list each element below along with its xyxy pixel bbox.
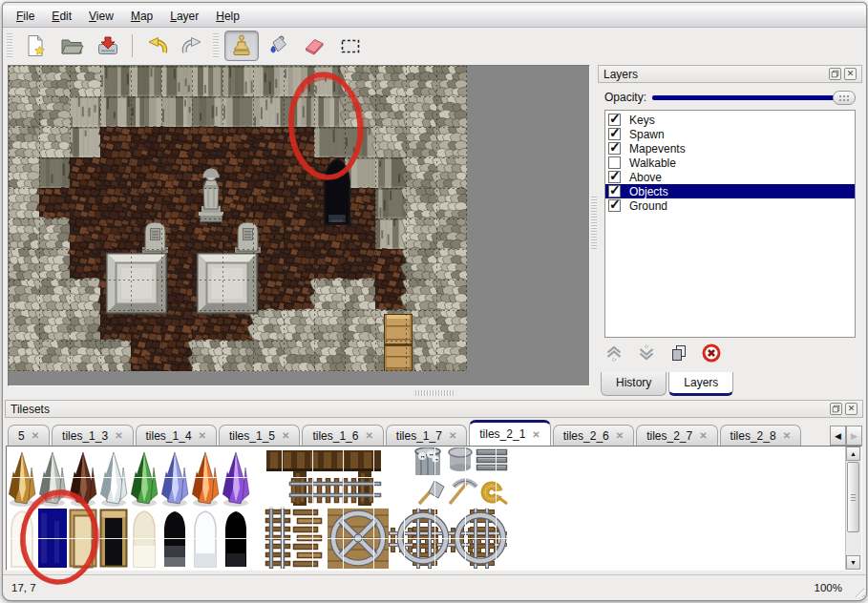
scroll-up-button[interactable]: ▲ — [846, 447, 860, 461]
move-down-icon — [636, 343, 657, 364]
tileset-canvas[interactable] — [7, 447, 841, 570]
menu-item-file[interactable]: File — [8, 7, 43, 26]
layer-visibility-checkbox[interactable]: ✓ — [608, 199, 621, 212]
menu-item-help[interactable]: Help — [207, 7, 248, 26]
check-icon: ✓ — [609, 182, 621, 198]
vertical-splitter[interactable] — [591, 197, 597, 251]
tab-close-icon[interactable]: ✕ — [32, 430, 39, 441]
tab-history[interactable]: History — [601, 372, 667, 396]
layer-row-walkable[interactable]: Walkable — [605, 156, 855, 170]
tab-close-icon[interactable]: ✕ — [532, 429, 540, 440]
redo-button[interactable] — [176, 31, 210, 61]
layers-panel-titlebar: Layers ✕ — [598, 65, 862, 83]
layer-row-spawn[interactable]: ✓Spawn — [605, 127, 855, 141]
check-icon: ✓ — [609, 125, 621, 140]
layer-row-mapevents[interactable]: ✓Mapevents — [605, 141, 855, 156]
tileset-tab-tiles_1_5[interactable]: tiles_1_5✕ — [219, 425, 300, 446]
layer-list: ✓Keys✓Spawn✓MapeventsWalkable✓Above✓Obje… — [604, 110, 856, 338]
tab-close-icon[interactable]: ✕ — [699, 430, 707, 441]
check-icon: ✓ — [609, 168, 621, 183]
check-icon: ✓ — [609, 197, 621, 212]
layer-row-keys[interactable]: ✓Keys — [605, 113, 855, 127]
eraser-tool-button[interactable] — [297, 31, 331, 61]
tileset-tab-tiles_2_7[interactable]: tiles_2_7✕ — [636, 425, 717, 446]
menu-item-map[interactable]: Map — [122, 7, 161, 26]
tileset-tab-bar: 5✕tiles_1_3✕tiles_1_4✕tiles_1_5✕tiles_1_… — [6, 420, 862, 446]
layer-row-above[interactable]: ✓Above — [605, 170, 855, 184]
menu-item-view[interactable]: View — [80, 7, 122, 26]
tileset-tab-5[interactable]: 5✕ — [8, 425, 50, 446]
toolbar-drag-handle[interactable] — [7, 33, 12, 58]
tab-close-icon[interactable]: ✕ — [783, 430, 791, 441]
toolbar-separator — [132, 34, 133, 57]
move-layer-down-button[interactable] — [634, 341, 658, 364]
tab-close-icon[interactable]: ✕ — [616, 430, 624, 441]
float-panel-button[interactable] — [829, 68, 841, 80]
float-tilesets-button[interactable] — [830, 403, 842, 415]
tab-label: tiles_2_1 — [479, 427, 525, 441]
layer-toolbar — [602, 341, 723, 364]
layer-row-ground[interactable]: ✓Ground — [605, 198, 855, 213]
scroll-down-button[interactable]: ▼ — [846, 555, 860, 570]
layers-panel: Layers ✕ Opacity: ✓Keys✓Spawn✓MapeventsW… — [598, 65, 862, 396]
tileset-tab-tiles_1_7[interactable]: tiles_1_7✕ — [386, 425, 467, 446]
select-tool-button[interactable] — [333, 31, 368, 61]
tab-close-icon[interactable]: ✕ — [449, 430, 456, 441]
layer-visibility-checkbox[interactable]: ✓ — [608, 142, 621, 155]
open-file-button[interactable] — [54, 31, 89, 61]
opacity-slider-handle[interactable] — [833, 91, 856, 105]
toolbar-drag-handle-2[interactable] — [213, 33, 219, 58]
save-file-button[interactable] — [91, 31, 125, 61]
move-layer-up-button[interactable] — [602, 341, 625, 364]
tileset-tab-tiles_2_8[interactable]: tiles_2_8✕ — [720, 425, 801, 446]
menu-item-edit[interactable]: Edit — [43, 7, 80, 26]
status-bar: 17, 7 100% — [3, 574, 866, 599]
delete-icon — [701, 343, 722, 364]
duplicate-icon — [668, 343, 689, 364]
opacity-slider-track[interactable] — [652, 95, 854, 100]
stamp-tool-button[interactable] — [224, 31, 259, 61]
tab-scroll-right-button[interactable]: ▶ — [846, 426, 862, 446]
tileset-tab-tiles_1_3[interactable]: tiles_1_3✕ — [52, 425, 133, 446]
tab-close-icon[interactable]: ✕ — [115, 430, 122, 441]
tab-scroll-buttons: ◀▶ — [830, 426, 862, 446]
tileset-tab-tiles_2_6[interactable]: tiles_2_6✕ — [553, 425, 634, 446]
tab-label: tiles_1_4 — [146, 429, 192, 443]
layer-name-label: Walkable — [629, 156, 676, 170]
eraser-icon — [302, 33, 327, 58]
tab-close-icon[interactable]: ✕ — [199, 430, 206, 441]
horizontal-splitter[interactable] — [415, 390, 455, 396]
layer-name-label: Ground — [629, 199, 667, 213]
close-icon: ✕ — [847, 70, 855, 78]
panel-tab-bar: HistoryLayers — [601, 372, 735, 396]
tileset-tab-tiles_1_4[interactable]: tiles_1_4✕ — [136, 425, 217, 446]
new-file-button[interactable] — [18, 31, 53, 61]
tab-label: tiles_1_3 — [62, 429, 108, 443]
scroll-down-icon: ▼ — [850, 559, 857, 566]
menu-item-layer[interactable]: Layer — [161, 7, 207, 26]
tab-close-icon[interactable]: ✕ — [365, 430, 372, 441]
tab-label: tiles_1_7 — [396, 429, 442, 443]
opacity-slider[interactable] — [652, 91, 856, 105]
tileset-scrollbar[interactable]: ▲ ▼ — [845, 447, 861, 570]
delete-layer-button[interactable] — [699, 341, 723, 364]
tileset-tab-tiles_1_6[interactable]: tiles_1_6✕ — [302, 425, 383, 446]
window-resize-grip[interactable] — [851, 584, 864, 597]
layer-row-objects[interactable]: ✓Objects — [605, 184, 855, 198]
duplicate-layer-button[interactable] — [667, 341, 690, 364]
selection-rectangle-icon — [338, 33, 363, 58]
tileset-tab-tiles_2_1[interactable]: tiles_2_1✕ — [469, 420, 550, 446]
map-canvas[interactable] — [9, 66, 467, 371]
close-tilesets-button[interactable]: ✕ — [845, 403, 857, 415]
tab-layers[interactable]: Layers — [668, 372, 733, 396]
layers-panel-title: Layers — [603, 68, 826, 81]
fill-tool-button[interactable] — [261, 31, 295, 61]
close-panel-button[interactable]: ✕ — [844, 68, 857, 80]
layer-name-label: Keys — [629, 114, 655, 127]
scrollbar-thumb[interactable] — [847, 462, 859, 532]
undo-button[interactable] — [139, 31, 174, 61]
map-viewport — [8, 65, 590, 386]
tab-close-icon[interactable]: ✕ — [282, 430, 289, 441]
tab-label: tiles_2_6 — [563, 429, 609, 443]
tab-scroll-left-button[interactable]: ◀ — [830, 426, 846, 446]
